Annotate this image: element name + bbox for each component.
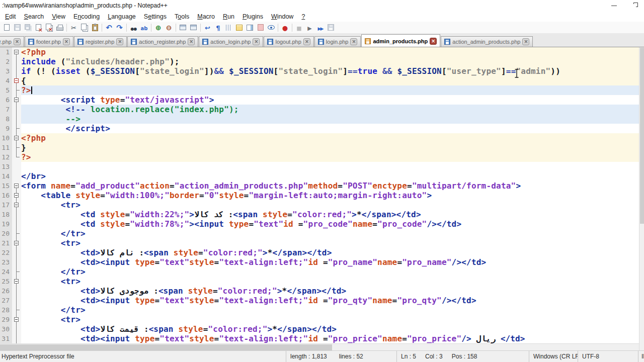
status-typing-mode[interactable]: INS xyxy=(638,351,644,362)
toolbar-cut-button[interactable] xyxy=(68,22,79,33)
code-line-22[interactable]: 22 <td>نام کالا :<span style="color:red;… xyxy=(0,248,644,257)
code-line-26[interactable]: 26 <td>موجودی کالا :<span style="color:r… xyxy=(0,286,644,296)
menu-item-macro[interactable]: Macro xyxy=(193,12,219,21)
code-line-10[interactable]: 10<?php xyxy=(0,133,644,143)
fold-margin-marker[interactable] xyxy=(12,238,21,248)
close-tab-icon[interactable]: × xyxy=(253,38,260,45)
toolbar-run-macro-multiple-button[interactable] xyxy=(315,22,326,33)
tab-action_register.php[interactable]: action_register.php× xyxy=(127,36,198,47)
code-line-27[interactable]: 27 <td><input type="text"style="text-ali… xyxy=(0,296,644,305)
toolbar-sync-horizontal-button[interactable] xyxy=(188,22,199,33)
code-line-16[interactable]: 16 <table style="width:100%;"border="0"s… xyxy=(0,191,644,200)
horizontal-scrollbar[interactable] xyxy=(0,343,644,350)
code-line-29[interactable]: 29 <tr> xyxy=(0,315,644,324)
toolbar-word-wrap-button[interactable] xyxy=(202,22,213,33)
menu-item-view[interactable]: View xyxy=(48,12,69,21)
tab-login.php[interactable]: login.php× xyxy=(314,36,361,47)
vertical-scrollbar-thumb[interactable] xyxy=(640,48,644,224)
code-line-8[interactable]: 8 --> xyxy=(0,114,644,124)
toolbar-zoom-out-button[interactable] xyxy=(164,22,174,33)
code-line-1[interactable]: 1<?php xyxy=(0,47,644,57)
toolbar-monitoring-button[interactable] xyxy=(266,22,276,33)
toolbar-function-list-button[interactable] xyxy=(234,22,245,33)
toolbar-show-all-characters-button[interactable] xyxy=(213,22,223,33)
code-line-2[interactable]: 2include ("includes/header.php"); xyxy=(0,57,644,66)
fold-margin-marker[interactable] xyxy=(12,200,21,210)
menu-item-edit[interactable]: Edit xyxy=(1,12,20,21)
toolbar-sync-vertical-button[interactable] xyxy=(178,22,188,33)
code-line-31[interactable]: 31 <td><input type="text"style="text-ali… xyxy=(0,334,644,343)
horizontal-scrollbar-thumb[interactable] xyxy=(0,344,332,350)
menu-item-settings[interactable]: Settings xyxy=(140,12,171,21)
menu-item-run[interactable]: Run xyxy=(219,12,238,21)
code-line-4[interactable]: 4{ xyxy=(0,76,644,85)
close-tab-icon[interactable]: × xyxy=(188,38,195,45)
toolbar-stop-macro-button[interactable] xyxy=(294,22,304,33)
code-line-15[interactable]: 15<form name="add_product"action="action… xyxy=(0,181,644,191)
code-line-28[interactable]: 28 </tr> xyxy=(0,305,644,315)
tab-action_login.php[interactable]: action_login.php× xyxy=(199,36,263,47)
close-tab-icon[interactable]: × xyxy=(303,38,310,45)
close-tab-icon[interactable]: × xyxy=(63,38,70,45)
code-line-3[interactable]: 3if (! (isset ($_SESSION["state_login"])… xyxy=(0,66,644,76)
code-line-12[interactable]: 12?> xyxy=(0,152,644,162)
fold-margin-marker[interactable] xyxy=(12,315,21,324)
minimize-button[interactable] xyxy=(604,0,624,11)
menu-item-search[interactable]: Search xyxy=(20,12,48,21)
menu-item-tools[interactable]: Tools xyxy=(171,12,193,21)
toolbar-record-macro-button[interactable] xyxy=(280,22,290,33)
close-tab-icon[interactable]: × xyxy=(430,38,437,45)
code-line-6[interactable]: 6 <script type="text/javascript"> xyxy=(0,95,644,105)
toolbar-play-macro-button[interactable] xyxy=(304,22,315,33)
toolbar-replace-button[interactable] xyxy=(139,22,149,33)
menu-item-window[interactable]: Window xyxy=(267,12,297,21)
code-line-9[interactable]: 9 </script> xyxy=(0,124,644,133)
editor-code-area[interactable]: 1<?php2include ("includes/header.php");3… xyxy=(0,47,644,343)
toolbar-redo-button[interactable] xyxy=(114,22,125,33)
tab-action_admin_products.php[interactable]: action_admin_products.php× xyxy=(441,36,533,47)
fold-margin-marker[interactable] xyxy=(12,181,21,191)
menu-item-plugins[interactable]: Plugins xyxy=(238,12,267,21)
code-line-20[interactable]: 20 </tr> xyxy=(0,229,644,238)
code-line-24[interactable]: 24 </tr> xyxy=(0,267,644,277)
toolbar-close-all-button[interactable] xyxy=(44,22,54,33)
code-line-30[interactable]: 30 <td>قیمت کالا :<span style="color:red… xyxy=(0,324,644,334)
code-line-25[interactable]: 25 <tr> xyxy=(0,277,644,286)
toolbar-document-map-button[interactable] xyxy=(245,22,255,33)
status-eol-format[interactable]: Windows (CR LF) xyxy=(529,351,578,362)
close-tab-icon[interactable]: × xyxy=(116,38,123,45)
tab-register.php[interactable]: register.php× xyxy=(74,36,127,47)
code-line-14[interactable]: 14</br> xyxy=(0,171,644,181)
tab-eader.php[interactable]: eader.php× xyxy=(0,36,24,47)
status-encoding[interactable]: UTF-8 xyxy=(578,351,638,362)
close-tab-icon[interactable]: × xyxy=(14,38,21,45)
toolbar-undo-button[interactable] xyxy=(104,22,114,33)
code-line-18[interactable]: 18 <td style="width:22%;">کد کالا :<span… xyxy=(0,210,644,219)
close-tab-icon[interactable]: × xyxy=(522,38,529,45)
toolbar-copy-button[interactable] xyxy=(79,22,90,33)
menu-item-encoding[interactable]: Encoding xyxy=(69,12,104,21)
code-line-11[interactable]: 11} xyxy=(0,143,644,152)
tab-footer.php[interactable]: footer.php× xyxy=(25,36,73,47)
tab-logout.php[interactable]: logout.php× xyxy=(264,36,313,47)
toolbar-save-macro-button[interactable] xyxy=(326,22,336,33)
code-line-5[interactable]: 5?> xyxy=(0,85,644,95)
fold-margin-marker[interactable] xyxy=(12,95,21,105)
fold-margin-marker[interactable] xyxy=(12,133,21,143)
toolbar-print-button[interactable] xyxy=(54,22,65,33)
toolbar-document-list-button[interactable] xyxy=(255,22,266,33)
toolbar-save-file-button[interactable] xyxy=(12,22,23,33)
code-line-23[interactable]: 23 <td><input type="text"style="text-ali… xyxy=(0,257,644,267)
code-line-13[interactable]: 13 xyxy=(0,162,644,171)
toolbar-paste-button[interactable] xyxy=(90,22,100,33)
fold-margin-marker[interactable] xyxy=(12,191,21,200)
toolbar-new-file-button[interactable] xyxy=(2,22,12,33)
toolbar-find-button[interactable] xyxy=(128,22,139,33)
toolbar-zoom-in-button[interactable] xyxy=(153,22,164,33)
code-line-21[interactable]: 21 <tr> xyxy=(0,238,644,248)
vertical-scrollbar[interactable] xyxy=(639,47,644,350)
close-tab-icon[interactable]: × xyxy=(350,38,357,45)
code-line-19[interactable]: 19 <td style="width:78%;"><input type="t… xyxy=(0,219,644,229)
toolbar-save-all-button[interactable] xyxy=(23,22,33,33)
code-line-7[interactable]: 7 <!-- location.replace("index.php"); xyxy=(0,105,644,114)
